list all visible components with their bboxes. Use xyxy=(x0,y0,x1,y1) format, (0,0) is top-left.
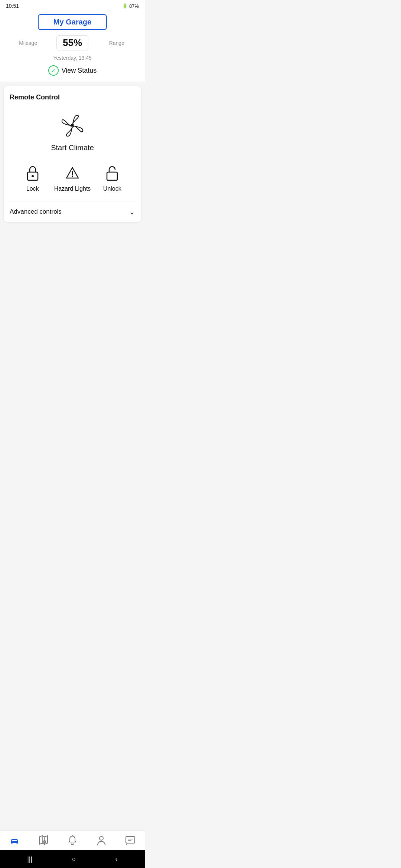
unlock-icon xyxy=(103,164,121,182)
start-climate-label: Start Climate xyxy=(51,144,94,152)
hazard-button[interactable]: Hazard Lights xyxy=(52,164,92,192)
advanced-controls-button[interactable]: Advanced controls ⌄ xyxy=(10,201,135,216)
chevron-down-icon: ⌄ xyxy=(129,207,135,216)
hazard-icon xyxy=(63,164,81,182)
remote-control-card: Remote Control Start Climate xyxy=(4,86,141,222)
advanced-controls-label: Advanced controls xyxy=(10,208,62,216)
unlock-button[interactable]: Unlock xyxy=(92,164,132,192)
view-status-label: View Status xyxy=(62,67,97,75)
status-bar: 10:51 🔋 87% xyxy=(0,0,145,10)
status-icons: 🔋 87% xyxy=(122,3,139,9)
check-circle-icon: ✓ xyxy=(48,65,59,76)
lock-button[interactable]: Lock xyxy=(13,164,52,192)
my-garage-button[interactable]: My Garage xyxy=(38,14,107,30)
battery-percent-display: 55% xyxy=(56,35,88,50)
range-label: Range xyxy=(95,40,139,46)
remote-control-title: Remote Control xyxy=(10,93,135,101)
stats-section: Mileage 55% Range Yesterday, 13:45 ✓ Vie… xyxy=(0,35,145,82)
svg-point-4 xyxy=(72,176,73,177)
battery-center: 55% xyxy=(50,35,94,50)
view-status-button[interactable]: ✓ View Status xyxy=(48,65,97,76)
hazard-label: Hazard Lights xyxy=(54,185,91,192)
stats-row: Mileage 55% Range xyxy=(6,35,139,50)
mileage-label: Mileage xyxy=(6,40,50,46)
svg-rect-5 xyxy=(107,172,117,180)
unlock-label: Unlock xyxy=(103,185,121,192)
svg-point-2 xyxy=(32,175,34,177)
battery-percent: 87% xyxy=(129,3,139,9)
controls-row: Lock Hazard Lights Unlock xyxy=(10,164,135,192)
lock-icon xyxy=(24,164,42,182)
status-icon-battery: 🔋 xyxy=(122,3,128,9)
fan-icon xyxy=(61,114,84,138)
status-time: 10:51 xyxy=(6,3,19,9)
lock-label: Lock xyxy=(26,185,39,192)
climate-section[interactable]: Start Climate xyxy=(10,110,135,161)
header: My Garage xyxy=(0,10,145,35)
last-updated: Yesterday, 13:45 xyxy=(53,55,92,61)
